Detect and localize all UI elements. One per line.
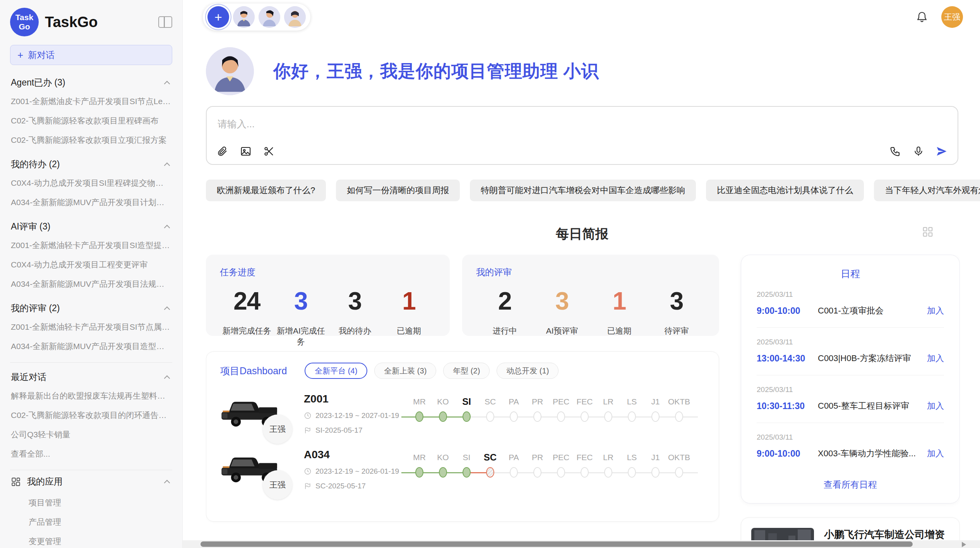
view-all-schedule-link[interactable]: 查看所有日程 xyxy=(757,470,944,495)
milestone: FEC xyxy=(573,394,596,422)
sidebar-list-item[interactable]: Z001-全新燃油轻卡产品开发项目SI节点属性5D文件评审 xyxy=(10,317,172,337)
app-sub-item[interactable]: 项目管理 xyxy=(10,493,172,512)
app-sub-item[interactable]: 变更管理 xyxy=(10,532,172,548)
milestone-label: MR xyxy=(408,394,431,410)
milestone-label: OKTB xyxy=(667,449,691,466)
schedule-item: 2025/03/11 9:00-10:00 C001-立项审批会 加入 xyxy=(757,280,944,328)
chevron-up-icon[interactable] xyxy=(164,224,170,231)
my-apps-header[interactable]: 我的应用 xyxy=(10,470,172,493)
chevron-up-icon[interactable] xyxy=(164,162,170,168)
chevron-up-icon[interactable] xyxy=(164,306,170,312)
suggestion-chip[interactable]: 比亚迪全固态电池计划具体说了什么 xyxy=(706,180,864,201)
suggestion-chip[interactable]: 如何写一份清晰的项目周报 xyxy=(336,180,460,201)
user-avatar[interactable]: 王强 xyxy=(941,6,963,28)
milestone: LR xyxy=(596,394,620,422)
sidebar-section: Agent已办 (3) Z001-全新燃油皮卡产品开发项目SI节点Lesson … xyxy=(10,68,172,150)
milestone-node xyxy=(533,467,541,478)
add-agent-button[interactable]: + xyxy=(207,6,229,28)
sidebar-list-item[interactable]: A034-全新新能源MUV产品开发项目法规符合性评审 xyxy=(10,274,172,294)
milestone-node xyxy=(415,467,423,478)
dashboard-filter[interactable]: 全新平台 (4) xyxy=(305,363,367,379)
sidebar-list-item[interactable]: Z001-全新燃油皮卡产品开发项目SI节点Lesson Learn报告 xyxy=(10,92,172,111)
chevron-up-icon[interactable] xyxy=(164,375,170,381)
stat-label: 已逾期 xyxy=(591,325,648,336)
sidebar-collapse-icon[interactable] xyxy=(158,16,172,28)
sidebar-list-item[interactable]: C02-飞腾新能源轻客改款项目里程碑画布 xyxy=(10,111,172,130)
dashboard-filter[interactable]: 年型 (2) xyxy=(443,363,490,379)
recent-conversation-item[interactable]: 解释最新出台的欧盟报废车法规再生塑料比例被调至15%... xyxy=(10,386,172,406)
chevron-up-icon[interactable] xyxy=(164,480,170,486)
recent-conversation-item[interactable]: 公司Q3轻卡销量 xyxy=(10,425,172,444)
milestone-node xyxy=(557,411,565,422)
join-link[interactable]: 加入 xyxy=(922,400,944,412)
agent-avatar-3[interactable] xyxy=(284,6,306,28)
join-link[interactable]: 加入 xyxy=(922,353,944,364)
image-icon[interactable] xyxy=(240,146,252,157)
join-link[interactable]: 加入 xyxy=(922,448,944,459)
sidebar-list-item[interactable]: C02-飞腾新能源轻客改款项目立项汇报方案 xyxy=(10,130,172,150)
sidebar-section-title: AI评审 (3) xyxy=(11,221,50,233)
stat: 2 进行中 xyxy=(476,287,533,336)
clock-icon xyxy=(304,412,312,420)
app-sub-item[interactable]: 产品管理 xyxy=(10,512,172,532)
stat-value: 2 xyxy=(476,287,533,315)
sidebar-section-header[interactable]: 我的评审 (2) xyxy=(10,294,172,317)
notification-bell-icon[interactable] xyxy=(916,10,928,24)
project-row[interactable]: 王强 A034 2023-12-19 ~ 2026-01-19 SC-2025-… xyxy=(220,449,705,490)
suggestion-chip[interactable]: 当下年轻人对汽车外观有怎样的喜好趋势 xyxy=(874,180,980,201)
chevron-up-icon[interactable] xyxy=(164,80,170,87)
attachment-icon[interactable] xyxy=(217,146,228,157)
milestone-label: PA xyxy=(502,394,526,410)
stat: 1 已逾期 xyxy=(382,287,436,347)
sidebar-list-item[interactable]: C0X4-动力总成开发项目工程变更评审 xyxy=(10,255,172,274)
flag-icon xyxy=(304,482,312,490)
stat-value: 3 xyxy=(328,287,382,315)
stat-label: 我的待办 xyxy=(328,325,382,336)
project-image: 王强 xyxy=(220,449,279,490)
sidebar-section-header[interactable]: 我的待办 (2) xyxy=(10,150,172,173)
app-logo-line2: Go xyxy=(19,22,30,31)
layout-grid-icon[interactable] xyxy=(922,226,934,238)
scissors-icon[interactable] xyxy=(263,146,275,157)
milestone-node xyxy=(486,411,494,422)
project-next-milestone: SI-2025-05-17 xyxy=(315,426,362,435)
project-rows: 王强 Z001 2023-12-19 ~ 2027-01-19 SI-2025-… xyxy=(220,393,705,490)
send-icon[interactable] xyxy=(936,146,947,157)
milestone-node xyxy=(628,467,636,478)
recent-section-header[interactable]: 最近对话 xyxy=(10,363,172,386)
stat-card: 任务进度 24 新增完成任务 3 新增AI完成任务 3 我的待办 1 已逾期 xyxy=(206,255,450,336)
sidebar-section-header[interactable]: AI评审 (3) xyxy=(10,212,172,236)
chat-input[interactable] xyxy=(218,118,947,130)
recent-conversation-item[interactable]: 查看全部... xyxy=(10,444,172,464)
sidebar-list-item[interactable]: C0X4-动力总成开发项目SI里程碑提交物检查 xyxy=(10,173,172,193)
agent-avatar-1[interactable] xyxy=(233,6,255,28)
agent-avatar-2[interactable] xyxy=(259,6,280,28)
stat-card: 我的评审 2 进行中 3 AI预评审 1 已逾期 3 待评审 xyxy=(462,255,719,336)
milestone-label: SI xyxy=(455,394,478,410)
scrollbar-right-arrow[interactable] xyxy=(962,542,966,547)
microphone-icon[interactable] xyxy=(913,146,924,157)
dashboard-filter[interactable]: 全新上装 (3) xyxy=(374,363,436,379)
sidebar-list-item[interactable]: Z001-全新燃油轻卡产品开发项目SI造型提交物评审 xyxy=(10,236,172,255)
phone-call-icon[interactable] xyxy=(889,146,901,157)
milestone-node xyxy=(486,467,494,478)
scrollbar-thumb[interactable] xyxy=(200,541,913,547)
project-row[interactable]: 王强 Z001 2023-12-19 ~ 2027-01-19 SI-2025-… xyxy=(220,393,705,435)
sidebar-section-header[interactable]: Agent已办 (3) xyxy=(10,68,172,92)
milestone-label: MR xyxy=(408,449,431,466)
milestone-label: PA xyxy=(502,449,526,466)
sidebar-list-item[interactable]: A034-全新新能源MUV产品开发项目造型可行性评审 xyxy=(10,337,172,356)
milestone: PEC xyxy=(549,394,573,422)
suggestion-chip[interactable]: 欧洲新规最近颁布了什么? xyxy=(206,180,326,201)
sidebar-list-item[interactable]: A034-全新新能源MUV产品开发项目计划变更表编写 xyxy=(10,193,172,212)
horizontal-scrollbar[interactable] xyxy=(183,540,980,548)
recent-conversation-item[interactable]: C02-飞腾新能源轻客改款项目的闭环通告反馈情况 xyxy=(10,406,172,425)
join-link[interactable]: 加入 xyxy=(922,305,944,317)
project-image: 王强 xyxy=(220,393,279,434)
chat-input-card xyxy=(206,106,958,165)
topbar: + 王强 xyxy=(183,0,980,30)
sidebar-scroll-area: Agent已办 (3) Z001-全新燃油皮卡产品开发项目SI节点Lesson … xyxy=(10,68,172,548)
new-chat-button[interactable]: + 新对话 xyxy=(10,45,172,65)
suggestion-chip[interactable]: 特朗普可能对进口汽车增税会对中国车企造成哪些影响 xyxy=(470,180,696,201)
dashboard-filter[interactable]: 动总开发 (1) xyxy=(497,363,559,379)
